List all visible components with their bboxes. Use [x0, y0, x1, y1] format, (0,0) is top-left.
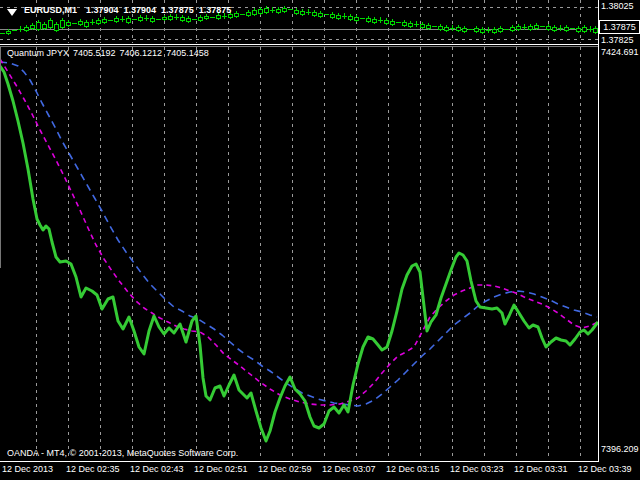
quantum-jpyx-slow-line	[0, 62, 597, 406]
time-axis-label: 12 Dec 03:39	[578, 464, 632, 474]
low-value: 1.37875	[161, 5, 194, 15]
copyright-text: OANDA - MT4, © 2001-2013, MetaQuotes Sof…	[7, 448, 238, 458]
time-axis-label: 12 Dec 03:15	[386, 464, 440, 474]
mt4-chart-window: EURUSD,M11.379041.379041.378751.37875 1.…	[0, 0, 640, 480]
symbol-label: EURUSD,M1	[24, 5, 77, 15]
close-value: 1.37875	[199, 5, 232, 15]
time-axis-label: 12 Dec 03:07	[322, 464, 376, 474]
indicator-scale-bottom: 7396.209	[601, 444, 639, 454]
price-scale-top: 1.38025	[601, 1, 634, 11]
price-chart-panel[interactable]: EURUSD,M11.379041.379041.378751.37875 1.…	[0, 0, 640, 44]
chart-header: EURUSD,M11.379041.379041.378751.37875	[24, 5, 236, 15]
current-price: 1.37875	[603, 22, 636, 32]
price-scale-bottom: 1.37825	[601, 35, 634, 44]
time-axis-label: 12 Dec 02:43	[130, 464, 184, 474]
current-price-box: 1.37875	[599, 20, 640, 34]
time-axis-label: 12 Dec 02:59	[258, 464, 312, 474]
indicator-value-1: 7405.5192	[73, 48, 116, 58]
indicator-label: Quantum JPYX7405.51927406.12127405.1458	[7, 48, 213, 58]
indicator-value-2: 7406.1212	[120, 48, 163, 58]
indicator-scale-top: 7424.691	[601, 47, 639, 57]
open-value: 1.37904	[86, 5, 119, 15]
indicator-name: Quantum JPYX	[7, 48, 69, 58]
time-axis-label: 12 Dec 02:51	[194, 464, 248, 474]
chart-canvas[interactable]	[0, 0, 640, 480]
time-axis-label: 12 Dec 03:23	[450, 464, 504, 474]
indicator-value-3: 7405.1458	[166, 48, 209, 58]
time-axis-label: 12 Dec 2013	[2, 464, 53, 474]
high-value: 1.37904	[124, 5, 157, 15]
quantum-jpyx-main-line	[0, 66, 598, 441]
quantum-jpyx-fast-line	[0, 59, 598, 405]
time-axis-label: 12 Dec 02:35	[66, 464, 120, 474]
time-axis-label: 12 Dec 03:31	[514, 464, 568, 474]
chevron-down-icon[interactable]	[7, 9, 17, 16]
